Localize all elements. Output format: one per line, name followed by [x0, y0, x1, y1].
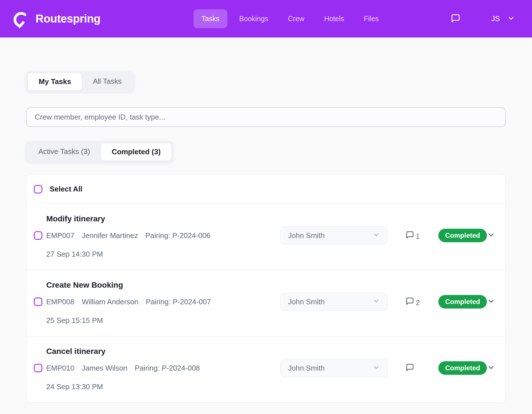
employee-name: William Anderson	[82, 298, 139, 306]
user-initials: JS	[491, 14, 500, 23]
employee-name: Jennifer Martinez	[82, 231, 138, 240]
main-content: My Tasks All Tasks Active Tasks (3) Comp…	[0, 38, 532, 403]
header-right: JS	[449, 12, 515, 26]
status-tabs: Active Tasks (3) Completed (3)	[26, 142, 173, 162]
pairing-id: Pairing: P-2024-006	[145, 231, 210, 240]
chat-button[interactable]	[449, 12, 462, 26]
nav-item-files[interactable]: Files	[356, 9, 387, 28]
comments-button[interactable]	[406, 363, 425, 373]
task-checkbox[interactable]	[34, 364, 42, 372]
status-badge: Completed	[438, 361, 487, 375]
task-checkbox[interactable]	[34, 298, 42, 306]
comment-icon	[406, 231, 414, 240]
nav-item-crew[interactable]: Crew	[280, 9, 312, 28]
task-title: Create New Booking	[46, 280, 495, 290]
comment-icon	[406, 363, 414, 373]
expand-chevron-down-icon	[487, 231, 495, 240]
task-scope-toggle: My Tasks All Tasks	[26, 71, 134, 92]
task-row: Create New Booking EMP008 William Anders…	[27, 270, 505, 336]
task-row: Modify itinerary EMP007 Jennifer Martine…	[27, 204, 505, 270]
nav-item-bookings[interactable]: Bookings	[231, 9, 276, 28]
brand-logo[interactable]: Routespring	[12, 9, 100, 29]
employee-id: EMP010	[46, 364, 74, 373]
select-chevron-down-icon	[373, 298, 380, 306]
task-details: EMP007 Jennifer Martinez Pairing: P-2024…	[46, 231, 280, 240]
select-chevron-down-icon	[373, 231, 380, 240]
search-input[interactable]	[26, 107, 506, 127]
assignee-select[interactable]: John Smith	[280, 226, 388, 245]
employee-name: James Wilson	[82, 364, 127, 373]
pairing-id: Pairing: P-2024-007	[146, 298, 211, 306]
assignee-select[interactable]: John Smith	[280, 359, 388, 377]
task-details: EMP008 William Anderson Pairing: P-2024-…	[46, 298, 280, 306]
status-badge: Completed	[438, 295, 487, 309]
routespring-pin-icon	[12, 9, 29, 29]
tab-completed[interactable]: Completed (3)	[101, 143, 172, 161]
task-timestamp: 27 Sep 14:30 PM	[46, 250, 495, 259]
expand-task-button[interactable]	[487, 297, 495, 307]
select-all-checkbox[interactable]	[34, 185, 42, 193]
comments-button[interactable]: 2	[406, 297, 425, 307]
task-list-card: Select All Modify itinerary EMP007 Jenni…	[26, 174, 506, 403]
toggle-my-tasks[interactable]: My Tasks	[28, 73, 82, 91]
employee-id: EMP008	[46, 298, 74, 306]
select-chevron-down-icon	[373, 364, 380, 372]
nav-item-hotels[interactable]: Hotels	[316, 9, 352, 28]
assignee-name: John Smith	[288, 231, 325, 240]
nav-item-tasks[interactable]: Tasks	[194, 9, 227, 28]
main-nav: Tasks Bookings Crew Hotels Files	[194, 9, 387, 28]
task-details: EMP010 James Wilson Pairing: P-2024-008	[46, 364, 280, 373]
search-box	[26, 107, 506, 127]
assignee-name: John Smith	[288, 298, 325, 306]
expand-chevron-down-icon	[487, 297, 495, 307]
tab-active-tasks[interactable]: Active Tasks (3)	[28, 143, 101, 161]
select-all-row: Select All	[27, 175, 505, 204]
pairing-id: Pairing: P-2024-008	[135, 364, 200, 373]
task-checkbox[interactable]	[34, 231, 42, 240]
task-title: Cancel itinerary	[46, 346, 495, 357]
task-row: Cancel itinerary EMP010 James Wilson Pai…	[27, 336, 505, 402]
select-all-label: Select All	[50, 185, 82, 193]
comment-icon	[406, 297, 414, 307]
comments-button[interactable]: 1	[406, 231, 425, 240]
expand-chevron-down-icon	[487, 363, 495, 373]
assignee-name: John Smith	[288, 364, 325, 373]
toggle-all-tasks[interactable]: All Tasks	[82, 73, 132, 91]
employee-id: EMP007	[46, 231, 74, 240]
expand-task-button[interactable]	[487, 231, 495, 240]
task-scope-toggle-row: My Tasks All Tasks	[26, 71, 506, 92]
task-title: Modify itinerary	[46, 213, 495, 224]
user-menu-chevron-down-icon	[507, 14, 515, 23]
task-mid-row: EMP007 Jennifer Martinez Pairing: P-2024…	[34, 226, 495, 245]
comment-count: 2	[416, 299, 420, 307]
brand-name: Routespring	[36, 12, 100, 25]
user-menu[interactable]: JS	[491, 14, 515, 23]
status-badge: Completed	[438, 229, 487, 242]
assignee-select[interactable]: John Smith	[280, 293, 388, 311]
task-mid-row: EMP008 William Anderson Pairing: P-2024-…	[34, 293, 495, 311]
chat-icon	[451, 14, 460, 24]
task-mid-row: EMP010 James Wilson Pairing: P-2024-008 …	[34, 359, 495, 377]
expand-task-button[interactable]	[487, 363, 495, 373]
app-header: Routespring Tasks Bookings Crew Hotels F…	[0, 0, 532, 38]
task-timestamp: 24 Sep 13:30 PM	[46, 382, 495, 391]
comment-count: 1	[416, 232, 420, 240]
task-timestamp: 25 Sep 15:15 PM	[46, 316, 495, 325]
status-tabs-row: Active Tasks (3) Completed (3)	[26, 142, 506, 162]
